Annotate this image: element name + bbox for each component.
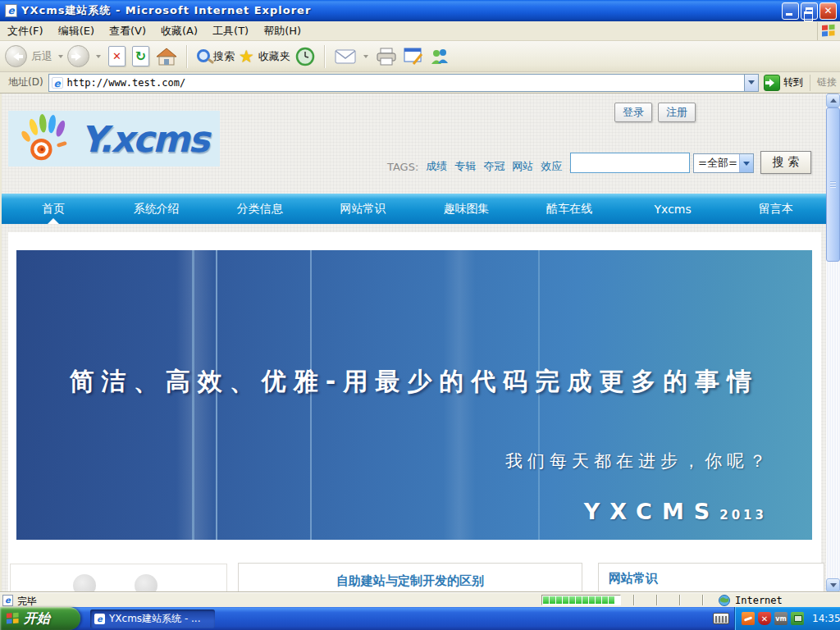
taskbar: 开始 e YXcms建站系统 - ... ✕ vm 14:35 bbox=[0, 607, 840, 630]
address-label: 地址(D) bbox=[3, 75, 48, 89]
menu-favorites[interactable]: 收藏(A) bbox=[153, 21, 205, 40]
progress-bar bbox=[541, 595, 621, 605]
go-button[interactable]: 转到 bbox=[764, 75, 803, 91]
article-title[interactable]: 自助建站与定制开发的区别 bbox=[336, 573, 484, 588]
input-method-keyboard-icon[interactable] bbox=[713, 613, 729, 624]
tag-link-2[interactable]: 夺冠 bbox=[483, 159, 504, 174]
address-dropdown-button[interactable] bbox=[744, 75, 758, 91]
site-search-input[interactable] bbox=[570, 153, 690, 173]
print-button[interactable] bbox=[372, 48, 400, 66]
nav-item-guestbook[interactable]: 留言本 bbox=[724, 194, 828, 224]
main-nav: 首页 系统介绍 分类信息 网站常识 趣味图集 酷车在线 Yxcms 留言本 bbox=[2, 194, 828, 224]
nav-item-label: 分类信息 bbox=[237, 202, 283, 217]
minimize-button[interactable] bbox=[782, 2, 799, 20]
nav-item-label: 首页 bbox=[42, 202, 65, 217]
site-search-button[interactable]: 搜 索 bbox=[760, 151, 811, 174]
tag-link-3[interactable]: 网站 bbox=[512, 159, 533, 174]
scrollbar-thumb[interactable] bbox=[826, 107, 840, 262]
messenger-icon bbox=[430, 48, 450, 66]
scroll-up-button[interactable] bbox=[826, 94, 840, 107]
menu-edit[interactable]: 编辑(E) bbox=[51, 21, 102, 40]
tray-vmware-icon[interactable]: vm bbox=[774, 612, 788, 625]
tray-vm-tools-icon[interactable] bbox=[791, 612, 804, 625]
favorites-label: 收藏夹 bbox=[258, 49, 290, 64]
tag-link-1[interactable]: 专辑 bbox=[454, 159, 476, 174]
nav-item-system-intro[interactable]: 系统介绍 bbox=[105, 194, 208, 224]
status-divider bbox=[679, 595, 681, 605]
start-windows-flag-icon bbox=[6, 612, 20, 626]
mail-button[interactable] bbox=[331, 48, 372, 65]
refresh-icon: ↻ bbox=[135, 48, 146, 64]
close-button[interactable]: ✕ bbox=[819, 2, 837, 20]
nav-item-website-knowledge[interactable]: 网站常识 bbox=[312, 194, 415, 224]
back-icon bbox=[5, 45, 27, 67]
print-icon bbox=[376, 48, 397, 66]
tag-link-0[interactable]: 成绩 bbox=[426, 159, 447, 174]
nav-item-fun-gallery[interactable]: 趣味图集 bbox=[415, 194, 518, 224]
history-icon bbox=[295, 47, 315, 66]
tray-pen-icon[interactable] bbox=[742, 612, 755, 625]
start-button[interactable]: 开始 bbox=[0, 607, 80, 630]
register-button[interactable]: 注册 bbox=[658, 103, 696, 122]
start-label: 开始 bbox=[24, 610, 50, 628]
back-dropdown-icon[interactable] bbox=[58, 55, 63, 58]
links-toolbar[interactable]: 链接 bbox=[810, 75, 837, 91]
menu-tools[interactable]: 工具(T) bbox=[205, 21, 256, 40]
home-button[interactable] bbox=[153, 47, 180, 66]
nav-item-label: Yxcms bbox=[655, 203, 692, 216]
status-divider bbox=[633, 595, 635, 605]
banner-subline: 我们每天都在进步，你呢？ bbox=[505, 450, 771, 472]
login-button[interactable]: 登录 bbox=[614, 103, 652, 122]
close-icon: ✕ bbox=[824, 6, 832, 16]
tray-security-shield-icon[interactable]: ✕ bbox=[758, 612, 771, 625]
search-label: 搜索 bbox=[213, 49, 235, 64]
tags-label: TAGS: bbox=[387, 161, 418, 173]
nav-item-home[interactable]: 首页 bbox=[2, 194, 105, 224]
tray-clock[interactable]: 14:35 bbox=[812, 613, 840, 624]
sidebar-title[interactable]: 网站常识 bbox=[609, 571, 658, 586]
select-dropdown-icon[interactable] bbox=[739, 154, 753, 172]
address-url-input[interactable] bbox=[66, 76, 744, 89]
nav-item-classified-info[interactable]: 分类信息 bbox=[208, 194, 312, 224]
tag-link-4[interactable]: 效应 bbox=[541, 159, 562, 174]
history-button[interactable] bbox=[292, 47, 318, 66]
taskbar-task-ie[interactable]: e YXcms建站系统 - ... bbox=[90, 609, 215, 628]
nav-item-label: 酷车在线 bbox=[546, 202, 592, 217]
page-viewport: Y.xcms 登录 注册 TAGS: 成绩 专辑 夺冠 网站 效应 ... =全… bbox=[0, 94, 840, 592]
search-button[interactable]: 搜索 bbox=[194, 49, 236, 64]
menu-file[interactable]: 文件(F) bbox=[0, 21, 51, 40]
internet-zone-label: Internet bbox=[735, 595, 783, 606]
refresh-button[interactable]: ↻ bbox=[132, 46, 149, 66]
messenger-button[interactable] bbox=[427, 48, 453, 66]
menu-help[interactable]: 帮助(H) bbox=[256, 21, 308, 40]
windows-logo-icon bbox=[817, 22, 838, 40]
logo-text: Y.xcms bbox=[80, 118, 208, 160]
nav-item-yxcms[interactable]: Yxcms bbox=[621, 194, 724, 224]
forward-dropdown-icon[interactable] bbox=[96, 55, 101, 58]
hero-banner[interactable]: 简洁、高效、优雅-用最少的代码完成更多的事情 我们每天都在进步，你呢？ YXCM… bbox=[16, 250, 812, 540]
back-button[interactable]: 后退 bbox=[5, 45, 67, 67]
menu-view[interactable]: 查看(V) bbox=[102, 21, 153, 40]
stop-button[interactable]: ✕ bbox=[108, 46, 126, 66]
article-teaser-box[interactable]: 自助建站与定制开发的区别 bbox=[238, 563, 582, 592]
vertical-scrollbar[interactable] bbox=[826, 94, 840, 592]
go-arrow-icon bbox=[764, 75, 780, 91]
banner-brand: YXCMS 2013 bbox=[584, 499, 767, 524]
mail-icon bbox=[335, 48, 356, 65]
nav-item-cool-cars[interactable]: 酷车在线 bbox=[518, 194, 621, 224]
status-page-icon: e bbox=[2, 595, 13, 606]
search-category-select[interactable]: =全部= bbox=[693, 153, 754, 173]
mail-dropdown-icon[interactable] bbox=[363, 55, 368, 58]
status-bar: e 完毕 Internet bbox=[0, 592, 840, 607]
window-title: YXcms建站系统 - Microsoft Internet Explorer bbox=[21, 3, 780, 18]
scroll-down-button[interactable] bbox=[826, 578, 840, 592]
forward-button[interactable] bbox=[67, 45, 105, 67]
edit-button[interactable] bbox=[400, 48, 427, 66]
site-logo[interactable]: Y.xcms bbox=[8, 111, 220, 167]
search-category-value: =全部= bbox=[694, 156, 739, 171]
teaser-image-box[interactable] bbox=[10, 564, 227, 592]
favorites-button[interactable]: ★ 收藏夹 bbox=[236, 48, 292, 65]
active-tab-indicator bbox=[48, 218, 59, 224]
restore-button[interactable] bbox=[801, 2, 818, 20]
address-input-box[interactable]: e bbox=[48, 74, 759, 92]
